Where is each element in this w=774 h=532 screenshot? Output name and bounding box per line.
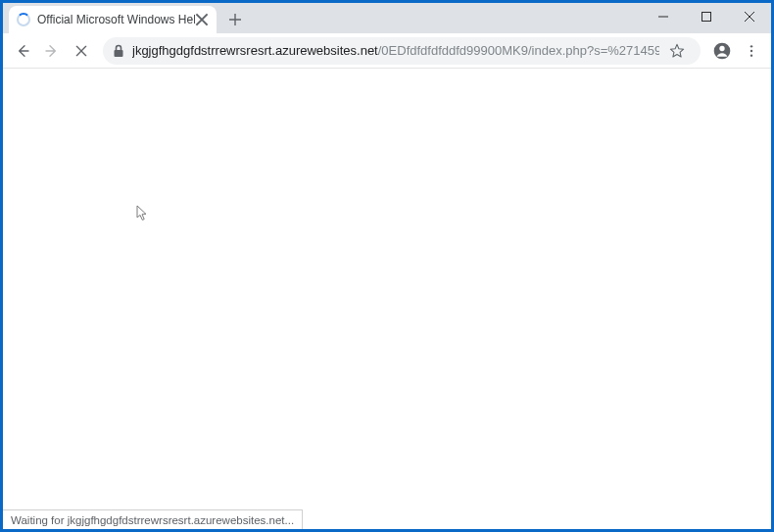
maximize-icon xyxy=(701,12,711,22)
star-icon xyxy=(669,43,685,59)
close-icon xyxy=(195,13,209,26)
url-path: /0EDfdfdfdfddfd99900MK9/index.php?s=%271… xyxy=(378,43,659,58)
svg-point-6 xyxy=(750,54,752,56)
tab-title: Official Microsoft Windows Help xyxy=(37,13,195,26)
close-window-button[interactable] xyxy=(728,3,771,30)
bookmark-button[interactable] xyxy=(663,37,691,65)
lock-icon xyxy=(113,44,124,58)
svg-rect-1 xyxy=(115,50,123,57)
profile-icon xyxy=(712,41,732,61)
menu-button[interactable] xyxy=(738,37,765,65)
close-tab-button[interactable] xyxy=(195,13,209,26)
svg-point-4 xyxy=(750,45,752,47)
browser-window: Official Microsoft Windows Help xyxy=(3,3,771,529)
svg-point-5 xyxy=(750,49,752,51)
minimize-icon xyxy=(658,12,668,22)
url-domain: jkgjgfhgdgfdstrrewrsresrt.azurewebsites.… xyxy=(132,43,378,58)
arrow-left-icon xyxy=(15,43,30,59)
close-icon xyxy=(745,12,754,22)
svg-point-3 xyxy=(719,45,724,50)
forward-button[interactable] xyxy=(38,37,66,65)
stop-button[interactable] xyxy=(68,37,95,65)
page-content: Waiting for jkgjgfhgdgfdstrrewrsresrt.az… xyxy=(3,69,771,529)
back-button[interactable] xyxy=(9,37,36,65)
plus-icon xyxy=(228,13,242,26)
svg-rect-0 xyxy=(702,13,711,22)
browser-tab[interactable]: Official Microsoft Windows Help xyxy=(9,6,217,33)
arrow-right-icon xyxy=(44,43,60,59)
status-bar: Waiting for jkgjgfhgdgfdstrrewrsresrt.az… xyxy=(3,509,303,529)
kebab-menu-icon xyxy=(744,43,759,59)
new-tab-button[interactable] xyxy=(222,7,248,32)
loading-spinner-icon xyxy=(17,13,30,26)
status-text: Waiting for jkgjgfhgdgfdstrrewrsresrt.az… xyxy=(11,514,294,526)
toolbar: jkgjgfhgdgfdstrrewrsresrt.azurewebsites.… xyxy=(3,33,771,69)
address-bar[interactable]: jkgjgfhgdgfdstrrewrsresrt.azurewebsites.… xyxy=(103,37,701,65)
url-text: jkgjgfhgdgfdstrrewrsresrt.azurewebsites.… xyxy=(132,43,659,58)
cursor-icon xyxy=(135,205,149,222)
titlebar: Official Microsoft Windows Help xyxy=(3,3,771,33)
minimize-button[interactable] xyxy=(642,3,685,30)
close-icon xyxy=(73,43,89,59)
profile-button[interactable] xyxy=(708,37,736,65)
maximize-button[interactable] xyxy=(685,3,728,30)
window-controls xyxy=(642,3,771,30)
